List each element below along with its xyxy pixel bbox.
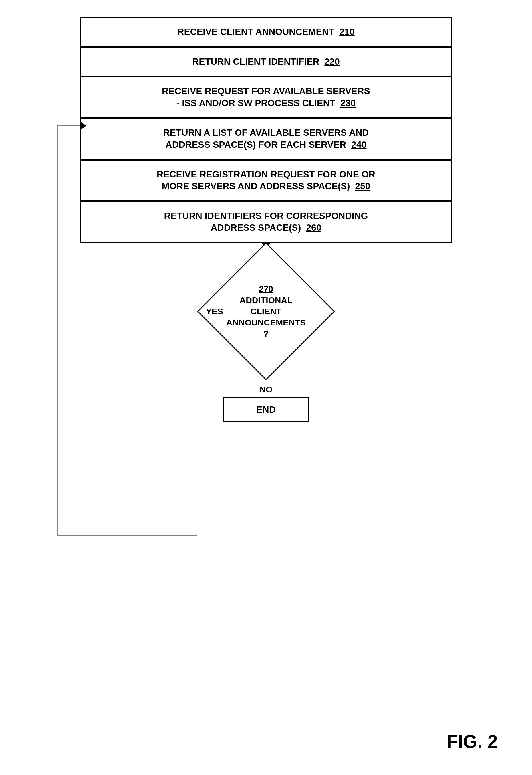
step-240-label: RETURN A LIST OF AVAILABLE SERVERS ANDAD… bbox=[163, 127, 369, 150]
step-220-box: RETURN CLIENT IDENTIFIER 220 bbox=[80, 47, 452, 77]
yes-label: YES bbox=[206, 306, 223, 316]
step-210-label: RECEIVE CLIENT ANNOUNCEMENT bbox=[177, 27, 334, 37]
no-label: NO bbox=[260, 384, 273, 395]
step-260-box: RETURN IDENTIFIERS FOR CORRESPONDINGADDR… bbox=[80, 201, 452, 243]
step-240-number: 240 bbox=[351, 139, 366, 150]
step-220-number: 220 bbox=[324, 56, 340, 67]
step-270-diamond-wrapper: 270 ADDITIONALCLIENTANNOUNCEMENTS? YES N… bbox=[197, 243, 335, 380]
end-box: END bbox=[223, 397, 309, 422]
step-210-number: 210 bbox=[339, 27, 354, 37]
step-230-box: RECEIVE REQUEST FOR AVAILABLE SERVERS- I… bbox=[80, 76, 452, 118]
step-270-label: ADDITIONALCLIENTANNOUNCEMENTS? bbox=[226, 295, 306, 338]
fig-label: FIG. 2 bbox=[447, 731, 498, 752]
end-label: END bbox=[256, 405, 276, 415]
diagram-container: RECEIVE CLIENT ANNOUNCEMENT 210 RETURN C… bbox=[0, 0, 532, 775]
step-270-number: 270 bbox=[259, 284, 273, 294]
step-230-number: 230 bbox=[340, 98, 356, 108]
step-270-text: 270 ADDITIONALCLIENTANNOUNCEMENTS? bbox=[226, 283, 306, 339]
step-210-box: RECEIVE CLIENT ANNOUNCEMENT 210 bbox=[80, 17, 452, 47]
step-240-box: RETURN A LIST OF AVAILABLE SERVERS ANDAD… bbox=[80, 118, 452, 159]
step-250-box: RECEIVE REGISTRATION REQUEST FOR ONE ORM… bbox=[80, 160, 452, 201]
step-260-label: RETURN IDENTIFIERS FOR CORRESPONDINGADDR… bbox=[164, 211, 368, 233]
step-260-number: 260 bbox=[306, 222, 321, 233]
step-230-label: RECEIVE REQUEST FOR AVAILABLE SERVERS- I… bbox=[162, 86, 370, 108]
step-220-label: RETURN CLIENT IDENTIFIER bbox=[192, 56, 319, 67]
step-250-number: 250 bbox=[355, 181, 370, 191]
step-250-label: RECEIVE REGISTRATION REQUEST FOR ONE ORM… bbox=[157, 169, 375, 191]
